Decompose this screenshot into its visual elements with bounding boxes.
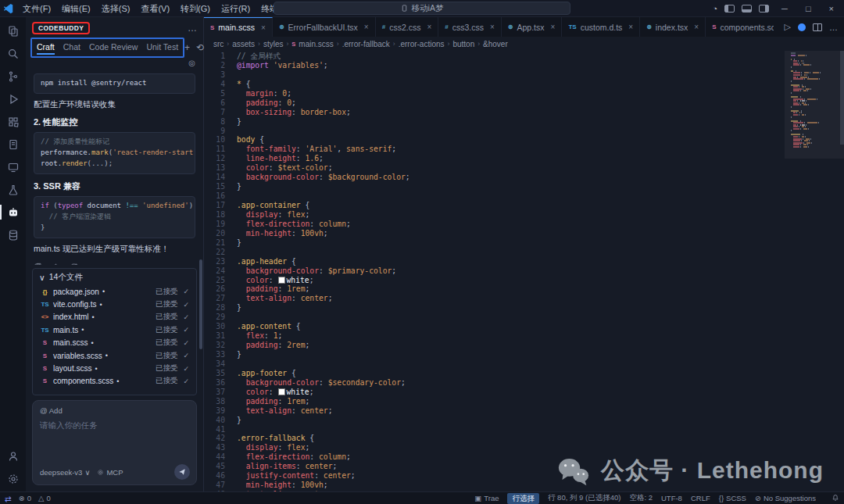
close-tab-icon[interactable]: × xyxy=(261,23,266,32)
command-center-search[interactable]: 移动iA梦 xyxy=(274,2,570,15)
minimap[interactable] xyxy=(791,52,836,148)
run-file-icon[interactable]: ▷ xyxy=(785,22,791,32)
status-item[interactable]: 行 80, 列 9 (已选择40) xyxy=(548,493,620,503)
thumbs-down-icon[interactable] xyxy=(70,263,78,265)
target-icon[interactable]: ◎ xyxy=(188,59,195,67)
check-icon[interactable]: ✓ xyxy=(183,352,189,359)
file-row[interactable]: <>index.html•已接受✓ xyxy=(33,311,196,323)
minimize-button[interactable]: ─ xyxy=(776,0,793,17)
close-tab-icon[interactable]: × xyxy=(628,23,633,31)
more-actions-icon[interactable]: … xyxy=(88,262,97,265)
status-item[interactable]: UTF-8 xyxy=(661,494,682,502)
explorer-icon[interactable] xyxy=(0,20,26,42)
sidebar-tab-code-review[interactable]: Code Review xyxy=(89,41,138,55)
editor-tab-css3-css[interactable]: #css3.css× xyxy=(438,17,502,37)
breadcrumb-item[interactable]: button xyxy=(452,40,474,48)
code-editor[interactable]: 1// 全局样式2@import 'variables';34* {5 marg… xyxy=(204,51,844,491)
menu-item[interactable]: 查看(V) xyxy=(135,0,175,17)
task-input-box[interactable]: @ Add 请输入你的任务 deepseek-v3∨ MCP xyxy=(32,400,197,485)
file-row[interactable]: Slayout.scss•已接受✓ xyxy=(33,362,196,374)
editor-tab-errorfallbackui-tsx[interactable]: ⊛ErrorFallbackUI.tsx× xyxy=(273,17,376,37)
status-item[interactable]: CRLF xyxy=(691,494,710,502)
menu-item[interactable]: 文件(F) xyxy=(17,0,56,17)
extensions-icon[interactable] xyxy=(0,110,26,133)
menu-item[interactable]: 选择(S) xyxy=(96,0,136,17)
close-tab-icon[interactable]: × xyxy=(551,23,556,31)
sidebar-tab-craft[interactable]: Craft xyxy=(37,41,55,55)
editor-more-icon[interactable]: … xyxy=(829,23,838,32)
mcp-button[interactable]: MCP xyxy=(97,468,123,477)
codebuddy-run-icon[interactable] xyxy=(798,23,806,31)
sidebar-more-icon[interactable]: … xyxy=(188,23,197,34)
close-tab-icon[interactable]: × xyxy=(694,23,699,31)
sidebar-scrollbar[interactable] xyxy=(199,259,202,349)
breadcrumb-item[interactable]: .error-fallback xyxy=(342,40,390,48)
split-editor-icon[interactable] xyxy=(813,23,822,31)
check-icon[interactable]: ✓ xyxy=(183,288,189,295)
notebook-icon[interactable] xyxy=(0,133,26,155)
history-icon[interactable]: ⟲ xyxy=(196,42,204,53)
toggle-secondary-sidebar-icon[interactable] xyxy=(759,5,769,13)
bell-icon[interactable] xyxy=(831,494,839,503)
menu-item[interactable]: 编辑(E) xyxy=(56,0,96,17)
file-row[interactable]: TSvite.config.ts•已接受✓ xyxy=(33,298,196,310)
check-icon[interactable]: ✓ xyxy=(183,301,189,309)
breadcrumb-item[interactable]: .error-actions xyxy=(399,40,445,48)
breadcrumb-item[interactable]: main.scss xyxy=(299,40,333,48)
test-beaker-icon[interactable] xyxy=(0,178,26,201)
status-item[interactable]: ⊗0 xyxy=(19,494,31,502)
file-row[interactable]: TSmain.ts•已接受✓ xyxy=(33,323,196,336)
status-item[interactable]: 空格: 2 xyxy=(629,493,653,503)
menu-item[interactable]: 运行(R) xyxy=(216,0,256,17)
model-selector[interactable]: deepseek-v3∨ xyxy=(40,468,90,477)
settings-gear-icon[interactable] xyxy=(0,467,26,490)
check-icon[interactable]: ✓ xyxy=(183,365,189,373)
close-button[interactable]: × xyxy=(824,0,839,17)
maximize-button[interactable]: □ xyxy=(800,0,817,17)
add-context-button[interactable]: @ Add xyxy=(40,406,189,415)
files-header[interactable]: ∨ 14个文件 xyxy=(33,269,196,285)
search-icon[interactable] xyxy=(0,42,26,65)
editor-scrollbar[interactable] xyxy=(840,51,844,145)
assistant-icon[interactable]: ◔ xyxy=(712,0,717,17)
file-row[interactable]: {}package.json•已接受✓ xyxy=(33,285,196,298)
file-row[interactable]: Scomponents.scss•已接受✓ xyxy=(33,375,196,388)
check-icon[interactable]: ✓ xyxy=(183,377,189,385)
new-chat-icon[interactable]: + xyxy=(184,42,190,53)
status-item[interactable]: {}SCSS xyxy=(719,494,746,502)
task-input-placeholder[interactable]: 请输入你的任务 xyxy=(40,420,189,431)
source-control-icon[interactable] xyxy=(0,65,26,88)
close-tab-icon[interactable]: × xyxy=(427,23,431,31)
status-item[interactable]: ⊘No Suggestions xyxy=(755,494,816,502)
status-item[interactable]: △0 xyxy=(38,494,51,502)
status-item[interactable]: 行选择 xyxy=(507,493,539,504)
editor-tab-app-tsx[interactable]: ⊛App.tsx× xyxy=(502,17,563,37)
check-icon[interactable]: ✓ xyxy=(183,339,189,347)
run-debug-icon[interactable] xyxy=(0,88,26,110)
editor-tab-main-scss[interactable]: Smain.scss× xyxy=(204,17,273,37)
account-icon[interactable] xyxy=(0,445,26,467)
send-button[interactable] xyxy=(174,464,190,480)
sidebar-tab-chat[interactable]: Chat xyxy=(63,41,80,55)
copy-icon[interactable] xyxy=(34,263,42,265)
breadcrumb-item[interactable]: assets xyxy=(232,40,255,48)
status-item[interactable]: ▣Trae xyxy=(474,494,499,502)
editor-tab-css2-css[interactable]: #css2.css× xyxy=(376,17,439,37)
toggle-sidebar-icon[interactable] xyxy=(724,5,735,13)
file-row[interactable]: Svariables.scss•已接受✓ xyxy=(33,349,196,362)
breadcrumb-item[interactable]: styles xyxy=(263,40,284,48)
check-icon[interactable]: ✓ xyxy=(183,326,189,334)
menu-item[interactable]: 转到(G) xyxy=(175,0,216,17)
editor-tab-index-tsx[interactable]: ⊛index.tsx× xyxy=(640,17,706,37)
codebuddy-icon[interactable] xyxy=(0,201,26,223)
close-tab-icon[interactable]: × xyxy=(364,23,369,31)
breadcrumb-item[interactable]: src xyxy=(213,40,224,48)
file-row[interactable]: Smain.scss•已接受✓ xyxy=(33,337,196,349)
breadcrumb[interactable]: src›assets›styles›Smain.scss›.error-fall… xyxy=(204,37,844,51)
remote-explorer-icon[interactable] xyxy=(0,155,26,178)
thumbs-up-icon[interactable] xyxy=(52,263,60,265)
status-item[interactable]: ⇄ xyxy=(5,494,12,503)
close-tab-icon[interactable]: × xyxy=(490,23,495,31)
breadcrumb-item[interactable]: &hover xyxy=(483,40,508,48)
editor-tab-custom-d-ts[interactable]: TScustom.d.ts× xyxy=(562,17,640,37)
